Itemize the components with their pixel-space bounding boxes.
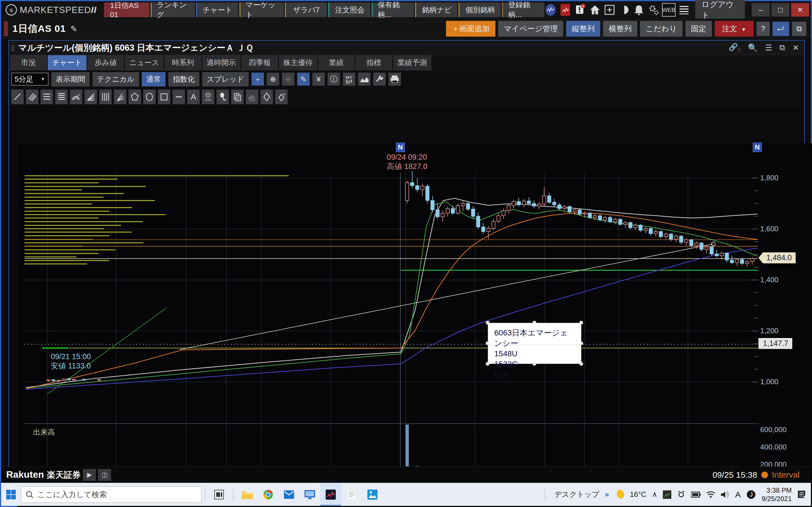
expand-panel-button[interactable]: ▶ [83, 469, 96, 481]
multitool-tab-指標[interactable]: 指標 [356, 55, 392, 70]
split-view-button[interactable]: ◫ [98, 469, 111, 481]
multitool-tab-ニュース[interactable]: ニュース [125, 55, 164, 70]
display-period-button[interactable]: 表示期間 [51, 72, 90, 87]
settings-wrench-button[interactable] [373, 73, 386, 86]
bell-icon[interactable] [633, 3, 645, 17]
speaker-icon[interactable] [721, 491, 729, 498]
taskbar-clock[interactable]: 3:38 PM 9/25/2021 [762, 486, 792, 503]
tray-app-icon[interactable] [663, 490, 671, 499]
app-tab-個別銘柄[interactable]: 個別銘柄 [458, 3, 501, 17]
app-tab-マーケット[interactable]: マーケット [239, 3, 284, 17]
spread-mode-button[interactable]: スプレッド [202, 72, 249, 87]
print-button[interactable] [389, 73, 401, 86]
ime-mode-letter[interactable]: A [735, 490, 741, 499]
minimize-button[interactable]: – [752, 3, 770, 17]
indexed-mode-button[interactable]: 指数化 [168, 72, 199, 87]
link-group-icon[interactable]: 🔗1 [729, 43, 741, 53]
notepad-icon[interactable] [341, 483, 362, 506]
desktop-toolbar-label[interactable]: デスクトップ [554, 490, 599, 499]
file-explorer-icon[interactable] [237, 483, 258, 506]
my-chart-button[interactable]: MY [343, 73, 355, 86]
zoom-out-button[interactable]: ⊖ [282, 73, 294, 86]
app-tab-銘柄ナビ[interactable]: 銘柄ナビ [415, 3, 457, 17]
timeframe-dropdown[interactable]: 5分足▼ [11, 73, 49, 86]
weather-moon-icon[interactable] [615, 490, 624, 499]
help-button[interactable]: ? [756, 22, 770, 36]
battery-icon[interactable] [691, 492, 701, 498]
fibonacci-arc-tool-button[interactable] [70, 90, 82, 104]
mail-app-icon[interactable] [278, 483, 299, 506]
multitool-titlebar[interactable]: ⣿ マルチツール(個別銘柄) 6063 日本エマージェンシーＡ ＪＱ 🔗1 🔍 … [9, 41, 804, 55]
photos-app-icon[interactable] [362, 483, 383, 506]
popout-arrow-button[interactable]: ⮐ [772, 22, 789, 36]
fan-lines-tool-button[interactable] [85, 90, 97, 104]
normal-mode-button[interactable]: 通常 [142, 72, 165, 87]
marketspeed-taskbar-icon[interactable] [320, 483, 341, 506]
eraser-tool-button[interactable] [260, 90, 273, 104]
wifi-icon[interactable] [706, 491, 715, 498]
close-window-icon[interactable]: ✕ [793, 43, 799, 52]
app-tab-1日信AS 01[interactable]: 1日信AS 01 [104, 3, 149, 17]
ellipse-tool-button[interactable] [143, 90, 156, 104]
chart-area[interactable]: 1,8001,6001,4001,2001,000600,000400,0002… [17, 144, 812, 507]
multitool-tab-チャート[interactable]: チャート [48, 55, 87, 70]
multitool-tab-業績予測[interactable]: 業績予測 [393, 55, 432, 70]
text-tool-tool-button[interactable]: A [187, 90, 200, 104]
hand-tool-tool-button[interactable] [246, 90, 258, 104]
area-chart-button[interactable] [358, 73, 370, 86]
action-center-icon[interactable] [797, 490, 806, 499]
duplicate-icon[interactable]: ⧉ [779, 43, 785, 52]
vertical-grid-lines-tool-button[interactable] [99, 90, 112, 104]
app-tab-登録銘柄...[interactable]: 登録銘柄... [502, 3, 545, 17]
settings-gears-icon[interactable] [647, 3, 660, 17]
remote-desktop-icon[interactable] [299, 483, 320, 506]
chart-pulse-blue-icon[interactable] [545, 3, 557, 17]
multitool-tab-四季報[interactable]: 四季報 [241, 55, 278, 70]
maximize-button[interactable]: □ [771, 3, 790, 17]
horizontal-lines-4-tool-button[interactable] [55, 90, 68, 104]
order-button[interactable]: 注文▼ [715, 21, 754, 37]
multitool-tab-業績[interactable]: 業績 [318, 55, 355, 70]
add-screen-button[interactable]: ＋画面追加 [446, 21, 495, 37]
chart-red-icon[interactable] [559, 3, 571, 17]
app-tab-ザラバ7[interactable]: ザラバ7 [285, 3, 327, 17]
technical-button[interactable]: テクニカル [93, 72, 139, 87]
text-annotation-box[interactable]: 6063日本エマージェンシー 1548U 1533G K15 [488, 323, 581, 364]
camera-tray-icon[interactable] [677, 491, 686, 498]
chrome-icon[interactable] [258, 483, 278, 506]
trendline-tool-button[interactable] [11, 90, 24, 104]
vertical-align-button[interactable]: 縦整列 [566, 21, 600, 37]
task-view-button[interactable] [209, 483, 230, 506]
angle-lines-tool-button[interactable] [114, 90, 126, 104]
horizontal-segment-tool-button[interactable] [172, 90, 185, 104]
copy-objects-tool-button[interactable] [231, 90, 244, 104]
symbol-search-icon[interactable]: 🔍 [748, 43, 758, 52]
app-tab-チャート[interactable]: チャート [196, 3, 238, 17]
trendline-white[interactable] [180, 244, 713, 349]
add-window-icon[interactable] [603, 3, 616, 17]
horizontal-lines-3-tool-button[interactable] [41, 90, 53, 104]
multitool-tab-時系列[interactable]: 時系列 [165, 55, 201, 70]
parallel-lines-tool-button[interactable] [26, 90, 38, 104]
zoom-in-button[interactable]: ⊕ [267, 73, 279, 86]
pentagon-tool-button[interactable] [129, 90, 141, 104]
draw-pencil-button[interactable]: ✎ [297, 73, 310, 86]
show-hidden-icons-chevron[interactable]: ∧ [652, 490, 657, 499]
web-link-icon[interactable]: WEB [662, 3, 675, 17]
alert-news-icon[interactable]: N [574, 3, 586, 17]
close-button[interactable]: ✕ [791, 3, 809, 17]
multitool-tab-市況[interactable]: 市況 [10, 55, 47, 70]
crosshair-button[interactable]: ＋ [252, 73, 264, 86]
icon-stamp-tool-button[interactable]: ICON [202, 90, 214, 104]
news-badge[interactable]: N [396, 143, 405, 152]
edit-page-name-icon[interactable]: ✎ [70, 24, 77, 34]
toolbar-chevron[interactable]: » [605, 490, 609, 499]
eraser-all-tool-button[interactable]: A [275, 90, 288, 104]
multitool-tab-株主優待[interactable]: 株主優待 [279, 55, 317, 70]
menu-hamburger-icon[interactable] [678, 3, 690, 17]
multitool-tab-歩み値[interactable]: 歩み値 [87, 55, 124, 70]
drag-grip-icon[interactable]: ⣿ [9, 46, 18, 50]
news-badge[interactable]: N [753, 143, 762, 152]
horizontal-align-button[interactable]: 横整列 [603, 21, 637, 37]
app-tab-保有銘柄...[interactable]: 保有銘柄... [371, 3, 414, 17]
